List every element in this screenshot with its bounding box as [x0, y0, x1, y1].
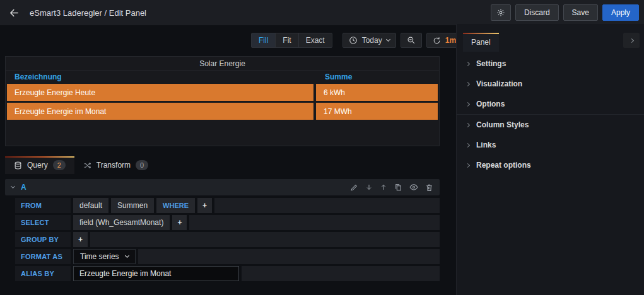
query-editor-rows: FROM default Summen WHERE + SELECT field…	[15, 198, 440, 283]
table-header-row: Bezeichnung Summe	[6, 70, 439, 83]
chevron-down-icon	[386, 37, 390, 42]
format-as-value: Time series	[80, 252, 119, 261]
group-by-label: GROUP BY	[15, 232, 71, 247]
chevron-right-icon	[465, 101, 470, 106]
refresh-interval-label[interactable]: 1m	[445, 36, 456, 45]
from-label: FROM	[15, 198, 71, 213]
chevron-right-icon	[465, 81, 470, 86]
select-field-segment[interactable]: field (Wh_GesamtMonat)	[73, 215, 170, 230]
add-select-button[interactable]: +	[172, 215, 187, 230]
row-filler	[242, 266, 440, 281]
query-row-alias-by: ALIAS BY	[15, 266, 440, 281]
table-body: Erzeugte Energie Heute 6 kWh Erzeugte En…	[6, 83, 439, 122]
grafana-edit-panel-screen: eSmart3 Laderegler / Edit Panel Discard …	[0, 0, 644, 295]
query-ref-id: A	[21, 183, 26, 192]
tab-transform[interactable]: Transform 0	[74, 156, 157, 174]
query-row-group-by: GROUP BY +	[15, 232, 440, 247]
database-icon	[14, 161, 22, 170]
tab-query[interactable]: Query 2	[5, 156, 74, 174]
section-repeat-options[interactable]: Repeat options	[457, 155, 644, 175]
row-filler	[90, 232, 440, 247]
query-row-from: FROM default Summen WHERE +	[15, 198, 440, 213]
query-row-header[interactable]: A	[5, 179, 440, 195]
edit-icon[interactable]	[350, 183, 358, 192]
panel-preview: Solar Energie Bezeichnung Summe Erzeugte…	[5, 56, 440, 146]
chevron-right-icon	[629, 38, 633, 42]
time-range-label: Today	[362, 36, 382, 45]
back-arrow-icon[interactable]	[9, 8, 20, 18]
table-row: Erzeugte Energie im Monat 17 MWh	[7, 103, 438, 120]
time-picker-button[interactable]: Today	[342, 33, 396, 48]
sidebar-sections: Settings Visualization Options Column St…	[457, 54, 644, 175]
row-filler	[189, 215, 440, 230]
column-header-bezeichnung[interactable]: Bezeichnung	[6, 72, 316, 81]
apply-button[interactable]: Apply	[602, 4, 639, 21]
display-mode-fill[interactable]: Fill	[252, 33, 276, 47]
duplicate-icon[interactable]	[394, 183, 402, 192]
format-as-select[interactable]: Time series	[73, 249, 136, 264]
cell-value: 6 kWh	[316, 84, 438, 101]
collapse-sidebar-button[interactable]	[623, 33, 640, 48]
refresh-icon	[433, 37, 441, 45]
move-down-icon[interactable]	[365, 183, 373, 191]
disable-query-eye-icon[interactable]	[409, 183, 418, 192]
clock-icon	[349, 36, 358, 45]
save-button[interactable]: Save	[563, 4, 598, 21]
display-mode-fit[interactable]: Fit	[276, 33, 298, 47]
alias-by-label: ALIAS BY	[15, 266, 71, 281]
tab-transform-label: Transform	[97, 161, 131, 170]
move-up-icon[interactable]	[380, 183, 387, 191]
display-mode-group: Fill Fit Exact	[251, 33, 332, 48]
zoom-out-icon	[407, 36, 416, 45]
chevron-right-icon	[465, 61, 470, 66]
shuffle-icon	[83, 161, 91, 170]
section-visualization[interactable]: Visualization	[457, 74, 644, 94]
chevron-right-icon	[465, 122, 470, 127]
panel-title[interactable]: Solar Energie	[6, 57, 439, 70]
chevron-right-icon	[465, 163, 470, 167]
add-group-by-button[interactable]: +	[73, 232, 88, 247]
where-keyword-segment[interactable]: WHERE	[156, 198, 195, 213]
cell-name: Erzeugte Energie Heute	[7, 84, 313, 101]
section-settings[interactable]: Settings	[457, 54, 644, 74]
options-sidebar: Panel Settings Visualization Options Col…	[456, 24, 644, 295]
section-links[interactable]: Links	[457, 135, 644, 155]
cell-value: 17 MWh	[316, 103, 438, 120]
sidebar-tabrow: Panel	[457, 24, 644, 53]
add-condition-button[interactable]: +	[197, 198, 212, 213]
transform-count-badge: 0	[136, 160, 148, 170]
select-label: SELECT	[15, 215, 71, 230]
query-row-select: SELECT field (Wh_GesamtMonat) +	[15, 215, 440, 230]
column-header-summe[interactable]: Summe	[316, 72, 439, 81]
section-options[interactable]: Options	[457, 94, 644, 114]
cell-name: Erzeugte Energie im Monat	[7, 103, 313, 120]
from-measurement-segment[interactable]: Summen	[111, 198, 154, 213]
table-row: Erzeugte Energie Heute 6 kWh	[7, 84, 438, 101]
discard-button[interactable]: Discard	[515, 4, 559, 21]
from-datasource-segment[interactable]: default	[73, 198, 108, 213]
section-column-styles[interactable]: Column Styles	[457, 115, 644, 135]
tab-query-label: Query	[27, 161, 48, 170]
page-title: eSmart3 Laderegler / Edit Panel	[30, 8, 146, 18]
query-count-badge: 2	[53, 160, 66, 170]
preview-toolbar: Fill Fit Exact Today 1m	[251, 33, 470, 48]
format-as-label: FORMAT AS	[15, 249, 71, 264]
gear-icon	[496, 8, 505, 17]
chevron-right-icon	[465, 142, 470, 147]
chevron-down-icon	[125, 253, 129, 258]
zoom-out-button[interactable]	[401, 33, 422, 48]
tab-panel[interactable]: Panel	[463, 33, 499, 52]
row-filler	[138, 249, 440, 264]
top-navbar: eSmart3 Laderegler / Edit Panel Discard …	[0, 0, 644, 25]
collapse-query-icon[interactable]	[11, 184, 15, 188]
display-mode-exact[interactable]: Exact	[299, 33, 332, 47]
editor-tabbar: Query 2 Transform 0	[5, 156, 157, 174]
alias-by-input[interactable]	[73, 266, 239, 281]
panel-settings-button[interactable]	[491, 4, 511, 21]
delete-query-trash-icon[interactable]	[425, 183, 433, 192]
row-filler	[214, 198, 440, 213]
query-row-format-as: FORMAT AS Time series	[15, 249, 440, 264]
